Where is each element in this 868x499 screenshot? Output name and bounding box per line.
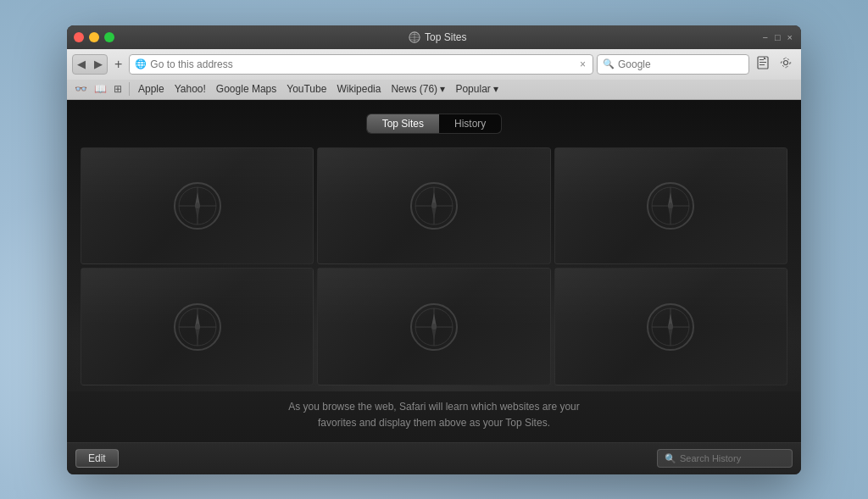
close-button[interactable] — [74, 32, 84, 42]
compass-icon-3 — [645, 180, 696, 231]
settings-button[interactable] — [776, 54, 796, 74]
sites-grid — [67, 141, 801, 393]
bookmarks-bar: 👓 📖 ⊞ Apple Yahoo! Google Maps YouTube W… — [67, 80, 801, 100]
compass-icon-6 — [645, 302, 696, 352]
address-clear-button[interactable]: × — [578, 58, 587, 70]
svg-point-29 — [668, 203, 673, 208]
win-maximize-btn[interactable]: □ — [773, 32, 782, 42]
site-card-2[interactable] — [317, 147, 550, 265]
info-line-1: As you browse the web, Safari will learn… — [288, 399, 580, 415]
add-tab-button[interactable]: + — [111, 55, 125, 74]
site-card-1[interactable] — [81, 147, 314, 265]
compass-icon-2 — [409, 180, 459, 231]
svg-rect-5 — [760, 62, 766, 63]
site-card-5[interactable] — [317, 268, 550, 385]
top-sites-grid-icon[interactable]: ⊞ — [111, 83, 125, 95]
svg-point-7 — [784, 61, 788, 65]
bookmarks-divider — [129, 82, 130, 96]
svg-point-36 — [195, 324, 200, 330]
address-input[interactable] — [150, 58, 575, 70]
reading-list-icon[interactable]: 👓 — [72, 83, 90, 95]
bookmark-wikipedia[interactable]: Wikipedia — [332, 83, 385, 95]
window-controls — [74, 32, 114, 42]
titlebar-right-controls: − □ × — [760, 32, 794, 42]
compass-icon-5 — [409, 302, 459, 352]
window-title-area: Top Sites — [114, 31, 760, 43]
svg-point-22 — [431, 203, 437, 208]
svg-point-8 — [782, 58, 790, 67]
window-title: Top Sites — [425, 31, 466, 43]
svg-point-43 — [431, 324, 437, 330]
nav-buttons: ◀ ▶ — [72, 54, 108, 75]
bookmark-apple[interactable]: Apple — [134, 83, 169, 95]
win-minimize-btn[interactable]: − — [760, 32, 769, 42]
site-card-6[interactable] — [554, 268, 787, 385]
forward-button[interactable]: ▶ — [90, 55, 107, 74]
maximize-button[interactable] — [104, 32, 114, 42]
win-close-btn[interactable]: × — [786, 32, 794, 42]
search-bar: 🔍 — [597, 54, 749, 75]
bottom-bar: Edit 🔍 — [67, 442, 801, 474]
main-content: Top Sites History — [67, 100, 801, 442]
address-bar: 🌐 × — [129, 54, 593, 75]
search-input[interactable] — [618, 58, 745, 70]
tab-history[interactable]: History — [439, 114, 501, 133]
bookmark-googlemaps[interactable]: Google Maps — [212, 83, 281, 95]
browser-toolbar: ◀ ▶ + 🌐 × 🔍 — [67, 49, 801, 80]
page-icon — [756, 56, 770, 69]
address-icon: 🌐 — [135, 58, 147, 69]
info-line-2: favorites and display them above as your… — [288, 415, 580, 431]
bookmark-news[interactable]: News (76) ▾ — [387, 83, 449, 95]
svg-point-15 — [195, 203, 200, 208]
search-history-input[interactable] — [680, 453, 797, 463]
search-history-icon: 🔍 — [665, 453, 676, 464]
compass-icon-4 — [172, 302, 223, 352]
browser-window: Top Sites − □ × ◀ ▶ + 🌐 × 🔍 — [67, 25, 801, 474]
toolbar-icons — [753, 54, 796, 74]
svg-point-50 — [668, 324, 673, 330]
bookmarks-icon[interactable]: 📖 — [92, 83, 109, 95]
back-button[interactable]: ◀ — [73, 55, 90, 74]
titlebar: Top Sites − □ × — [67, 25, 801, 49]
edit-button[interactable]: Edit — [75, 449, 119, 468]
tab-switcher: Top Sites History — [366, 114, 503, 134]
page-button[interactable] — [753, 54, 773, 74]
search-history-bar: 🔍 — [657, 449, 793, 468]
info-text: As you browse the web, Safari will learn… — [288, 392, 580, 441]
bookmark-youtube[interactable]: YouTube — [282, 83, 331, 95]
safari-icon — [409, 31, 420, 43]
svg-rect-4 — [760, 59, 764, 60]
svg-rect-6 — [760, 64, 765, 65]
compass-icon-1 — [172, 180, 223, 231]
search-icon: 🔍 — [603, 58, 615, 69]
site-card-4[interactable] — [81, 268, 314, 385]
site-card-3[interactable] — [554, 147, 787, 265]
tab-top-sites[interactable]: Top Sites — [367, 114, 439, 133]
bookmark-popular[interactable]: Popular ▾ — [451, 83, 503, 95]
gear-icon — [779, 56, 793, 69]
minimize-button[interactable] — [89, 32, 99, 42]
bookmark-yahoo[interactable]: Yahoo! — [170, 83, 210, 95]
